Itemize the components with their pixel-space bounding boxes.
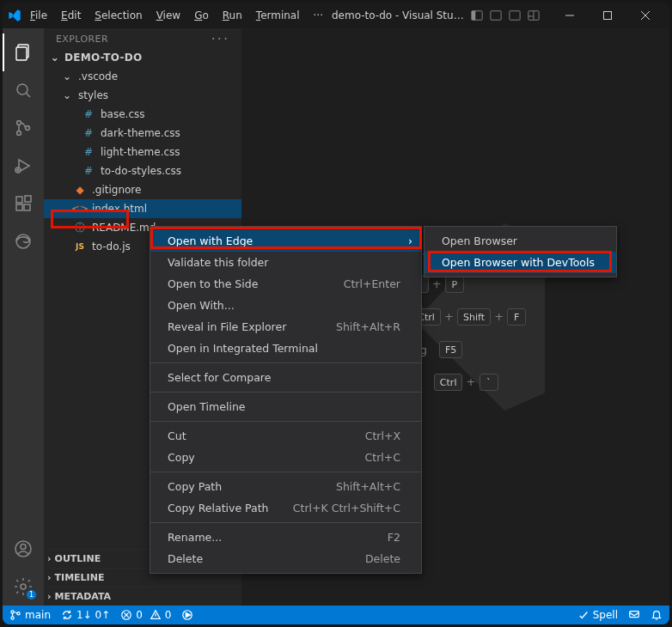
window-maximize[interactable] — [589, 3, 626, 28]
menu-select-for-compare[interactable]: Select for Compare — [150, 367, 421, 388]
menu-terminal[interactable]: Terminal — [251, 6, 305, 25]
item-label: Copy Path — [168, 480, 222, 493]
item-shortcut: F2 — [388, 531, 400, 544]
status-bar: main 1↓ 0↑ 0 0 Spell — [3, 606, 669, 624]
status-spell[interactable]: Spell — [577, 609, 618, 621]
svg-point-31 — [11, 617, 14, 619]
tree-file-selected[interactable]: <>index.html — [44, 199, 241, 218]
activity-explorer-icon[interactable] — [3, 33, 44, 71]
window-close[interactable] — [626, 3, 664, 28]
menu-overflow[interactable]: ··· — [309, 6, 328, 25]
item-label: Copy Relative Path — [168, 502, 269, 514]
activity-settings-icon[interactable]: 1 — [3, 568, 44, 606]
menu-run[interactable]: Run — [217, 6, 247, 25]
window-title: demo-to-do - Visual Studio … — [332, 9, 467, 21]
svg-rect-3 — [510, 11, 520, 21]
item-label: Copy — [168, 451, 195, 464]
menu-rename[interactable]: Rename...F2 — [150, 527, 421, 548]
window-minimize[interactable] — [551, 3, 589, 28]
menu-selection[interactable]: Selection — [89, 6, 147, 25]
menu-open-integrated-terminal[interactable]: Open in Integrated Terminal — [150, 338, 421, 359]
activity-search-icon[interactable] — [3, 71, 44, 109]
status-problems[interactable]: 0 0 — [120, 609, 171, 621]
menu-validate-folder[interactable]: Validate this folder — [150, 252, 421, 273]
tree-folder[interactable]: ⌄.vscode — [44, 67, 241, 86]
section-label: TIMELINE — [55, 572, 105, 583]
menu-copy[interactable]: CopyCtrl+C — [150, 447, 421, 468]
explorer-more-icon[interactable]: ··· — [211, 37, 229, 42]
activity-extensions-icon[interactable] — [3, 185, 44, 222]
submenu-open-browser-devtools[interactable]: Open Browser with DevTools — [425, 252, 616, 273]
item-shortcut: Delete — [365, 552, 400, 565]
item-label: Open With... — [168, 299, 235, 312]
svg-rect-23 — [16, 204, 22, 210]
panel-right-icon[interactable] — [508, 9, 522, 22]
sync-label: 1↓ 0↑ — [76, 609, 110, 621]
menu-go[interactable]: Go — [189, 6, 214, 25]
activity-source-control-icon[interactable] — [3, 109, 44, 147]
status-sync[interactable]: 1↓ 0↑ — [61, 609, 110, 621]
customize-layout-icon[interactable] — [527, 9, 541, 22]
context-separator — [150, 392, 421, 393]
submenu-open-browser[interactable]: Open Browser — [425, 230, 616, 252]
context-separator — [150, 362, 421, 363]
svg-rect-24 — [24, 204, 30, 210]
menu-delete[interactable]: DeleteDelete — [150, 548, 421, 569]
menu-copy-relative-path[interactable]: Copy Relative PathCtrl+K Ctrl+Shift+C — [150, 497, 421, 519]
svg-point-28 — [21, 545, 26, 550]
item-shortcut: Shift+Alt+R — [336, 320, 400, 333]
tree-file[interactable]: ◆.gitignore — [44, 180, 241, 199]
tree-file[interactable]: #to-do-styles.css — [44, 161, 241, 180]
file-label: light-theme.css — [101, 146, 180, 158]
item-label: Open with Edge — [168, 234, 253, 247]
section-metadata[interactable]: ›METADATA — [44, 587, 241, 606]
status-branch[interactable]: main — [9, 609, 51, 621]
menu-view[interactable]: View — [151, 6, 186, 25]
menu-open-to-side[interactable]: Open to the SideCtrl+Enter — [150, 273, 421, 295]
settings-badge: 1 — [26, 589, 37, 600]
activity-edge-icon[interactable] — [3, 222, 44, 260]
panel-left-icon[interactable] — [470, 9, 484, 22]
tree-file[interactable]: #light-theme.css — [44, 143, 241, 161]
menu-file[interactable]: File — [25, 6, 52, 25]
context-separator — [150, 472, 421, 472]
menu-reveal-explorer[interactable]: Reveal in File ExplorerShift+Alt+R — [150, 316, 421, 338]
item-label: Validate this folder — [168, 256, 268, 269]
status-debug-icon[interactable] — [181, 609, 193, 621]
context-submenu: Open Browser Open Browser with DevTools — [424, 226, 617, 277]
menu-open-timeline[interactable]: Open Timeline — [150, 396, 421, 417]
svg-rect-25 — [25, 196, 31, 202]
activity-run-debug-icon[interactable] — [3, 147, 44, 185]
menu-edit[interactable]: Edit — [56, 6, 86, 25]
item-label: Delete — [168, 552, 203, 565]
project-root[interactable]: ⌄ DEMO-TO-DO — [44, 48, 241, 67]
context-menu: Open with Edge› Validate this folder Ope… — [150, 226, 422, 574]
app-logo-icon — [8, 9, 21, 22]
svg-point-15 — [17, 121, 21, 125]
context-separator — [150, 522, 421, 523]
menu-open-with-edge[interactable]: Open with Edge› — [150, 230, 421, 252]
spell-label: Spell — [593, 609, 618, 621]
svg-rect-8 — [604, 12, 612, 20]
status-feedback-icon[interactable] — [628, 609, 640, 621]
item-label: Open Timeline — [168, 400, 246, 413]
info-icon: ⓘ — [73, 221, 87, 235]
menu-copy-path[interactable]: Copy PathShift+Alt+C — [150, 476, 421, 497]
file-label: to-do.js — [92, 240, 131, 253]
status-bell-icon[interactable] — [651, 609, 663, 621]
activity-accounts-icon[interactable] — [3, 530, 44, 568]
svg-point-29 — [21, 584, 26, 589]
item-shortcut: Ctrl+K Ctrl+Shift+C — [293, 502, 400, 514]
tree-file[interactable]: #dark-theme.css — [44, 124, 241, 143]
menu-open-with[interactable]: Open With... — [150, 295, 421, 316]
file-label: dark-theme.css — [101, 127, 180, 139]
svg-line-14 — [27, 94, 31, 98]
item-label: Rename... — [168, 531, 222, 544]
item-label: Open Browser with DevTools — [442, 256, 595, 269]
menu-cut[interactable]: CutCtrl+X — [150, 425, 421, 447]
item-label: Reveal in File Explorer — [168, 320, 286, 333]
panel-bottom-icon[interactable] — [489, 9, 503, 22]
tree-folder[interactable]: ⌄styles — [44, 86, 241, 105]
tree-file[interactable]: #base.css — [44, 105, 241, 124]
file-label: to-do-styles.css — [101, 165, 181, 177]
